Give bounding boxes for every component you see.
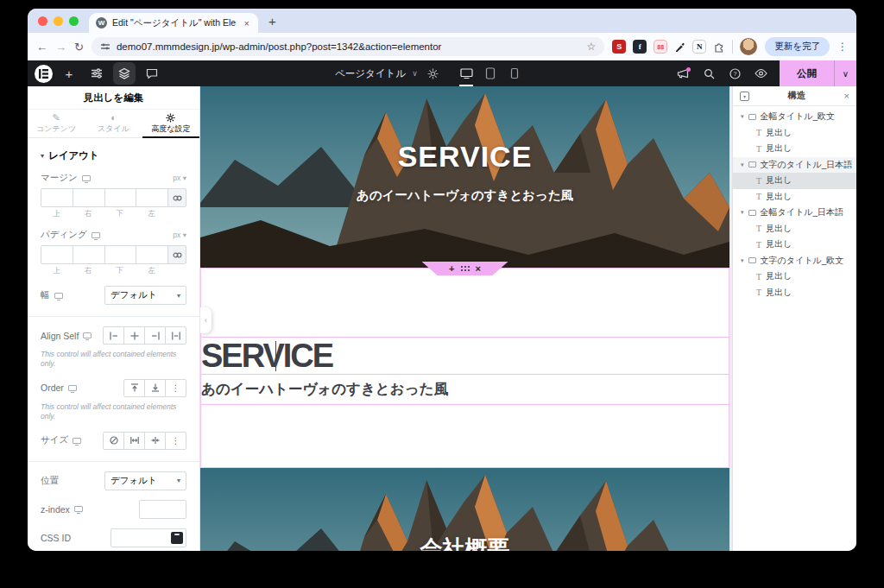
bottom-hero-title[interactable]: 会社概要: [200, 534, 729, 551]
padding-unit[interactable]: px ▾: [173, 231, 186, 239]
size-grow-button[interactable]: [123, 432, 145, 450]
responsive-monitor-icon[interactable]: [83, 332, 92, 338]
tree-heading-item[interactable]: T見出し: [733, 125, 856, 142]
size-custom-button[interactable]: ⋮: [165, 432, 186, 450]
publish-options-chevron-icon[interactable]: ∨: [834, 60, 856, 86]
reload-icon[interactable]: ↻: [74, 41, 84, 54]
caret-down-icon[interactable]: ▾: [741, 257, 744, 264]
margin-top-input[interactable]: [41, 188, 73, 207]
extension-icon-88[interactable]: 88: [654, 40, 667, 54]
elementor-logo-icon[interactable]: [35, 65, 53, 83]
address-bar[interactable]: demo07.mmmdesign.jp/wp-admin/post.php?po…: [92, 37, 604, 56]
extension-icon-s[interactable]: S: [612, 40, 626, 54]
zindex-input[interactable]: [139, 500, 186, 519]
tab-style[interactable]: ◐ スタイル: [85, 110, 142, 137]
finder-search-icon[interactable]: [698, 62, 720, 85]
margin-left-input[interactable]: [136, 188, 168, 207]
width-select[interactable]: デフォルト▾: [104, 286, 186, 305]
profile-avatar[interactable]: [740, 38, 757, 55]
order-first-button[interactable]: [123, 379, 145, 397]
tab-close-icon[interactable]: ×: [243, 18, 251, 28]
caret-down-icon[interactable]: ▾: [741, 209, 744, 216]
chrome-update-button[interactable]: 更新を完了: [765, 37, 830, 56]
page-settings-gear-icon[interactable]: [421, 62, 444, 85]
navigator-dock-icon[interactable]: ▾: [740, 92, 749, 101]
tree-heading-item[interactable]: T見出し: [733, 141, 856, 157]
heading-widget-selected[interactable]: SERVICE: [201, 337, 729, 375]
extension-icon-f[interactable]: f: [633, 40, 647, 54]
margin-unit[interactable]: px ▾: [173, 174, 186, 182]
order-last-button[interactable]: [144, 379, 166, 397]
align-stretch-button[interactable]: [165, 326, 186, 345]
layout-section-header[interactable]: ▾ レイアウト: [41, 149, 186, 162]
device-desktop-icon[interactable]: [454, 60, 478, 86]
padding-link-values-button[interactable]: [167, 245, 186, 264]
tree-heading-item[interactable]: T見出し: [733, 285, 856, 301]
margin-link-values-button[interactable]: [167, 188, 186, 207]
order-custom-button[interactable]: ⋮: [165, 379, 186, 397]
site-info-icon[interactable]: [100, 41, 110, 52]
padding-bottom-input[interactable]: [104, 245, 137, 264]
padding-top-input[interactable]: [41, 245, 73, 264]
structure-panel-button[interactable]: [113, 62, 136, 85]
subheading-widget[interactable]: あのイーハトーヴォのすきとおった風: [201, 375, 729, 405]
tree-heading-item-selected[interactable]: T見出し: [733, 173, 856, 189]
tree-heading-item[interactable]: T見出し: [733, 269, 856, 285]
zoom-window-button[interactable]: [69, 16, 79, 26]
size-shrink-button[interactable]: [144, 432, 166, 450]
caret-down-icon[interactable]: ▾: [741, 161, 744, 168]
section-heading-text[interactable]: SERVICE: [201, 338, 332, 374]
tab-advanced[interactable]: 高度な設定: [142, 110, 199, 137]
delete-section-icon[interactable]: ×: [476, 264, 481, 274]
tree-container-item[interactable]: ▾文字のタイトル_欧文: [733, 253, 856, 269]
bookmark-star-icon[interactable]: ☆: [586, 41, 596, 53]
extension-icon-n[interactable]: N: [692, 40, 706, 54]
drag-handle-icon[interactable]: [461, 266, 463, 268]
size-none-button[interactable]: [103, 432, 124, 450]
responsive-monitor-icon[interactable]: [74, 506, 83, 512]
tree-heading-item[interactable]: T見出し: [733, 237, 856, 253]
position-select[interactable]: デフォルト▾: [104, 471, 186, 490]
minimize-window-button[interactable]: [54, 16, 63, 26]
responsive-monitor-icon[interactable]: [92, 232, 100, 238]
close-window-button[interactable]: [38, 16, 47, 26]
back-icon[interactable]: ←: [36, 41, 47, 54]
paste-icon[interactable]: [171, 532, 183, 544]
align-start-button[interactable]: [103, 326, 124, 345]
hero-subtitle[interactable]: あのイーハトーヴォのすきとおった風: [200, 187, 729, 204]
responsive-monitor-icon[interactable]: [54, 293, 63, 299]
responsive-monitor-icon[interactable]: [73, 438, 81, 444]
hero-section-top[interactable]: SERVICE あのイーハトーヴォのすきとおった風: [200, 86, 729, 268]
editor-canvas[interactable]: SERVICE あのイーハトーヴォのすきとおった風 + × SERVICE あの…: [200, 86, 729, 551]
tab-content[interactable]: ✎ コンテンツ: [28, 110, 85, 137]
margin-right-input[interactable]: [73, 188, 105, 207]
notes-comment-icon[interactable]: [141, 62, 163, 85]
forward-icon[interactable]: →: [55, 41, 66, 54]
tree-heading-item[interactable]: T見出し: [733, 221, 856, 237]
eyedropper-extension-icon[interactable]: [674, 41, 685, 53]
tree-heading-item[interactable]: T見出し: [733, 189, 856, 205]
device-mobile-icon[interactable]: [502, 60, 527, 86]
margin-bottom-input[interactable]: [104, 188, 137, 207]
align-end-button[interactable]: [144, 326, 166, 345]
tree-container-item[interactable]: ▾全幅タイトル_欧文: [733, 109, 856, 125]
hero-section-bottom[interactable]: 会社概要: [200, 468, 729, 551]
add-element-button[interactable]: +: [58, 62, 80, 85]
browser-tab[interactable]: W Edit "ページタイトル" with Ele ×: [89, 13, 258, 33]
navigator-close-icon[interactable]: ×: [844, 91, 849, 101]
help-icon[interactable]: ?: [723, 62, 746, 85]
css-id-input[interactable]: [111, 533, 171, 543]
tree-container-item[interactable]: ▾文字のタイトル_日本語: [733, 157, 856, 174]
hero-title[interactable]: SERVICE: [200, 140, 729, 174]
device-tablet-icon[interactable]: [478, 60, 502, 86]
responsive-monitor-icon[interactable]: [82, 175, 91, 181]
section-subheading-text[interactable]: あのイーハトーヴォのすきとおった風: [201, 380, 448, 399]
padding-right-input[interactable]: [73, 245, 105, 264]
tree-container-item[interactable]: ▾全幅タイトル_日本語: [733, 205, 856, 221]
document-chevron-down-icon[interactable]: ∨: [412, 69, 418, 78]
whats-new-megaphone-icon[interactable]: [672, 62, 694, 85]
responsive-monitor-icon[interactable]: [68, 385, 77, 391]
selected-white-section[interactable]: SERVICE あのイーハトーヴォのすきとおった風: [200, 268, 729, 468]
publish-button[interactable]: 公開: [780, 60, 834, 86]
caret-down-icon[interactable]: ▾: [741, 113, 744, 120]
